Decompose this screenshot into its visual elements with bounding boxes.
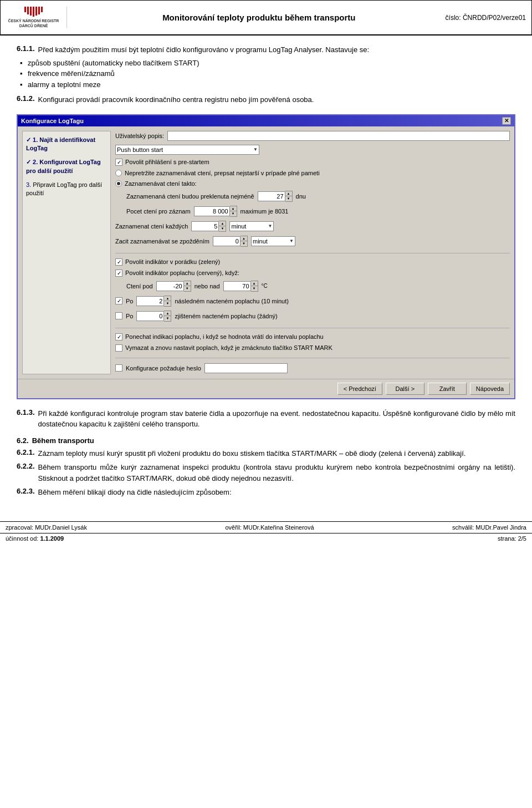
interval-unit-value: minut [231, 223, 246, 230]
prestart-checkbox[interactable] [115, 159, 122, 166]
next-button[interactable]: Další > [386, 383, 424, 395]
logtag-dialog: Konfigurace LogTagu ✕ ✓ 1. Najít a ident… [17, 114, 515, 399]
section-621: 6.2.1. Záznam teploty musí kurýr spustit… [17, 448, 515, 459]
spinner-down2[interactable]: ▼ [230, 211, 237, 216]
section-622: 6.2.2. Během transportu může kurýr zazna… [17, 462, 515, 484]
alarm-threshold-row: Ctení pod -20 ▲ ▼ nebo nad 70 ▲ ▼ [115, 281, 510, 292]
heslo-checkbox[interactable] [115, 364, 122, 372]
record-min-spinner[interactable]: 27 ▲ ▼ [258, 191, 293, 202]
delay-value: 0 [213, 236, 241, 246]
section-613-text1: Při každé konfiguraci kontroluje program… [38, 408, 515, 430]
interval-spinner[interactable]: 5 ▲ ▼ [191, 221, 226, 232]
user-desc-input[interactable] [167, 131, 510, 141]
record-radio[interactable] [115, 180, 122, 187]
spinner-down8[interactable]: ▼ [164, 316, 171, 321]
section-62: 6.2. Během transportu [17, 436, 515, 445]
heslo-input[interactable] [204, 363, 288, 373]
help-button[interactable]: Nápoveda [470, 383, 510, 395]
spinner-up6[interactable]: ▲ [251, 281, 258, 286]
footer-page: strana: 2/5 [498, 535, 526, 542]
spinner-down6[interactable]: ▼ [251, 286, 258, 291]
section-623-number: 6.2.3. [17, 487, 35, 498]
start-mode-dropdown[interactable]: Push button start ▼ [115, 145, 259, 155]
alarm-unit: °C [262, 283, 268, 289]
spinner-up2[interactable]: ▲ [230, 206, 237, 211]
delay-arrows[interactable]: ▲ ▼ [241, 236, 248, 247]
alarm-high-arrows[interactable]: ▲ ▼ [251, 281, 258, 292]
spinner-arrows[interactable]: ▲ ▼ [285, 191, 293, 202]
spinner-up3[interactable]: ▲ [219, 221, 226, 226]
bullet-3: alarmy a teplotní meze [28, 79, 515, 90]
vymazat-checkbox[interactable] [115, 344, 122, 352]
po2-spinner[interactable]: 0 ▲ ▼ [136, 311, 171, 322]
overwrite-radio[interactable] [115, 170, 122, 176]
prestart-row: Povolit přihlášení s pre-startem [115, 159, 510, 166]
green-indicator-row: Povolit indikátor v porádku (zelený) [115, 258, 510, 266]
logo: ČESKÝ NÁRODNÍ REGISTR DÁRCŮ DŘENĚ [6, 7, 67, 28]
po1-spinner[interactable]: 2 ▲ ▼ [136, 296, 171, 307]
interval-row: Zaznamenat ctení každých 5 ▲ ▼ minut ▼ [115, 221, 510, 232]
record-count-arrows[interactable]: ▲ ▼ [230, 206, 237, 217]
user-desc-row: Uživatelský popis: [115, 131, 510, 141]
po1-checkbox[interactable] [115, 297, 122, 304]
section-611-text: Před každým použitím musí být teplotní č… [38, 44, 370, 55]
logo-rays [24, 7, 43, 17]
record-min-row: Zaznamenaná ctení budou preklenuta nejmé… [115, 191, 510, 202]
spinner-up7[interactable]: ▲ [164, 296, 171, 301]
po2-value: 0 [136, 311, 164, 321]
po1-value: 2 [136, 296, 164, 306]
footer-bottom: účinnost od: 1.1.2009 strana: 2/5 [0, 533, 532, 543]
spinner-down3[interactable]: ▼ [219, 226, 226, 231]
back-button[interactable]: < Predchozí [337, 383, 382, 395]
logo-text: ČESKÝ NÁRODNÍ REGISTR DÁRCŮ DŘENĚ [8, 19, 59, 28]
divider-2 [115, 328, 510, 328]
page-footer: zpracoval: MUDr.Daniel Lysák ověřil: MUD… [0, 521, 532, 543]
vymazat-label: Vymazat a znovu nastavit poplach, když j… [125, 344, 332, 351]
spinner-up8[interactable]: ▲ [164, 311, 171, 316]
spinner-down7[interactable]: ▼ [164, 301, 171, 306]
record-min-unit: dnu [296, 193, 306, 200]
green-indicator-checkbox[interactable] [115, 258, 122, 266]
alarm-high-spinner[interactable]: 70 ▲ ▼ [223, 281, 258, 292]
delay-unit-arrow: ▼ [289, 238, 294, 243]
spinner-down4[interactable]: ▼ [241, 241, 247, 246]
spinner-up5[interactable]: ▲ [184, 281, 191, 286]
spinner-down[interactable]: ▼ [285, 196, 292, 201]
section-623: 6.2.3. Během měření blikají diody na čid… [17, 487, 515, 498]
delay-label: Zacit zaznamenávat se zpožděním [115, 238, 209, 245]
po2-arrows[interactable]: ▲ ▼ [164, 311, 171, 322]
record-count-spinner[interactable]: 8 000 ▲ ▼ [194, 206, 237, 217]
section-621-text: Záznam teploty musí kurýr spustit při vl… [38, 448, 466, 459]
alarm-low-arrows[interactable]: ▲ ▼ [184, 281, 191, 292]
dialog-steps-panel: ✓ 1. Najít a identifikovat LogTag ✓ 2. K… [22, 131, 111, 374]
footer-prepared: zpracoval: MUDr.Daniel Lysák [6, 524, 87, 531]
heslo-label: Konfigurace požaduje heslo [126, 365, 201, 372]
bullets-list: způsob spuštění (automaticky nebo tlačít… [17, 58, 515, 90]
po2-checkbox[interactable] [115, 312, 122, 319]
spinner-up4[interactable]: ▲ [241, 236, 247, 241]
alarm-indicator-row: Povolit indikátor poplachu (cervený), kd… [115, 270, 510, 277]
delay-unit-value: minut [253, 238, 268, 245]
po2-label: Po [126, 313, 133, 319]
bullet-1: způsob spuštění (automaticky nebo tlačít… [28, 58, 515, 69]
spinner-up[interactable]: ▲ [285, 191, 292, 196]
spinner-down5[interactable]: ▼ [184, 286, 191, 291]
record-count-row: Pocet ctení pro záznam 8 000 ▲ ▼ maximum… [115, 206, 510, 217]
delay-spinner[interactable]: 0 ▲ ▼ [213, 236, 248, 247]
divider-1 [115, 253, 510, 253]
close-button[interactable]: Zavřít [428, 383, 467, 395]
section-623-text: Během měření blikají diody na čidle násl… [38, 487, 232, 498]
interval-unit-dropdown[interactable]: minut ▼ [229, 221, 274, 231]
po1-arrows[interactable]: ▲ ▼ [164, 296, 171, 307]
alarm-indicator-checkbox[interactable] [115, 270, 122, 277]
green-indicator-label: Povolit indikátor v porádku (zelený) [125, 258, 220, 265]
document-title: Monitorování teploty produktu během tran… [73, 13, 446, 22]
ponechat-checkbox[interactable] [115, 333, 122, 341]
section-612-text: Konfiguraci provádí pracovník koordinačn… [38, 94, 314, 105]
delay-unit-dropdown[interactable]: minut ▼ [251, 236, 295, 246]
dialog-close-button[interactable]: ✕ [502, 117, 511, 125]
step-3: 3. Připravit LogTag pro další použití [26, 181, 107, 198]
alarm-low-spinner[interactable]: -20 ▲ ▼ [156, 281, 191, 292]
interval-arrows[interactable]: ▲ ▼ [219, 221, 226, 232]
record-label: Zaznamenávat ctení takto: [125, 180, 197, 187]
